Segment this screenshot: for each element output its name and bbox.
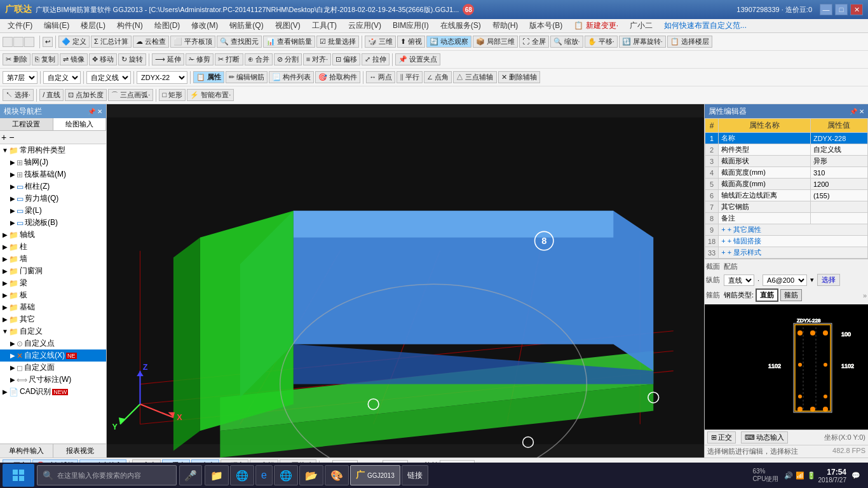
open-btn[interactable] (13, 37, 24, 47)
menu-rebar[interactable]: 钢筋量(Q) (224, 19, 268, 32)
tree-node-door[interactable]: ▶ 📁 门窗洞 (0, 265, 106, 277)
new-btn[interactable] (3, 37, 13, 47)
top-view-btn[interactable]: ⬆ 俯视 (397, 36, 425, 48)
dynamic-view-btn[interactable]: 🔄 动态观察 (426, 36, 471, 48)
prop-row-5[interactable]: 5 截面高度(mm) 1200 (705, 179, 868, 190)
expand-custom-point[interactable]: ▶ (9, 340, 17, 347)
trim-btn[interactable]: ✁ 修剪 (186, 53, 214, 65)
prop-value-4[interactable]: 310 (810, 167, 867, 179)
prop-value-3[interactable]: 异形 (810, 156, 867, 167)
edit-rebar-btn[interactable]: ✏ 编辑钢筋 (226, 71, 268, 83)
zoom-btn[interactable]: 🔍 缩放· (550, 36, 583, 48)
align-top-btn[interactable]: ⬜ 平齐板顶 (170, 36, 215, 48)
prop-value-5[interactable]: 1200 (810, 179, 867, 190)
menu-version[interactable]: 版本号(B) (524, 19, 567, 32)
expand-foundation[interactable]: ▶ (9, 171, 17, 178)
straight-rebar-btn[interactable]: 直筋 (756, 288, 778, 302)
expand-ban[interactable]: ▶ (1, 292, 9, 299)
batch-select-btn[interactable]: ☑ 批量选择 (316, 36, 359, 48)
expand-custom-line[interactable]: ▶ (9, 352, 17, 359)
tree-node-custom-line[interactable]: ▶ ✕ 自定义线(X) NE (0, 349, 106, 362)
move-btn[interactable]: ✥ 移动 (89, 53, 117, 65)
prop-expand-18[interactable]: + + 锚固搭接 (719, 236, 868, 247)
tree-node-axis[interactable]: ▶ ⊞ 轴网(J) (0, 156, 106, 168)
expand-axis[interactable]: ▶ (9, 159, 17, 166)
prop-value-2[interactable]: 自定义线 (810, 144, 867, 156)
tab-draw-input[interactable]: 绘图输入 (53, 118, 107, 130)
prop-value-6[interactable]: (155) (810, 190, 867, 201)
arc-btn[interactable]: ⌒ 三点画弧· (108, 89, 153, 101)
tree-node-custom[interactable]: ▼ 📁 自定义 (0, 325, 106, 337)
parallel-btn[interactable]: ∥ 平行 (397, 71, 423, 83)
expand-wall[interactable]: ▶ (9, 195, 17, 202)
menu-brand[interactable]: 广小二 (625, 19, 658, 32)
menu-online[interactable]: 在线服务(S) (435, 19, 486, 32)
menu-cloud[interactable]: 云应用(V) (343, 19, 386, 32)
mirror-btn[interactable]: ⇌ 镜像 (60, 53, 88, 65)
cortana-btn[interactable]: 🎤 (179, 465, 202, 485)
tree-node-liang[interactable]: ▶ 📁 梁 (0, 277, 106, 289)
prop-row-33[interactable]: 33 + + 显示样式 (705, 247, 868, 259)
spacing-select[interactable]: A6@200 (763, 274, 807, 286)
expand-col[interactable]: ▶ (1, 243, 9, 250)
expand-dim[interactable]: ▶ (9, 376, 17, 383)
sum-btn[interactable]: Σ 汇总计算 (91, 36, 132, 48)
property-btn[interactable]: 📋 属性 (193, 71, 224, 83)
point-length-btn[interactable]: ⊡ 点加长度 (65, 89, 107, 101)
tree-node-slab[interactable]: ▶ ▭ 现浇板(B) (0, 217, 106, 229)
tree-collapse-btn[interactable]: − (9, 132, 14, 142)
close-button[interactable]: ✕ (850, 4, 863, 15)
copy-btn[interactable]: ⎘ 复制 (32, 53, 58, 65)
menu-element[interactable]: 构件(N) (112, 19, 148, 32)
menu-view[interactable]: 视图(V) (270, 19, 306, 32)
tree-node-beam[interactable]: ▶ ▭ 梁(L) (0, 205, 106, 217)
menu-draw[interactable]: 绘图(D) (149, 19, 186, 32)
rotate-btn[interactable]: 🔃 屏幕旋转· (619, 36, 666, 48)
menu-tools[interactable]: 工具(T) (307, 19, 342, 32)
prop-value-1[interactable]: ZDYX-228 (810, 133, 867, 144)
line-type-select[interactable]: 自定义线 (86, 71, 131, 84)
del-aux-btn[interactable]: ✕ 删除辅轴 (498, 71, 540, 83)
expand-qiang[interactable]: ▶ (1, 255, 9, 262)
prop-row-18[interactable]: 18 + + 锚固搭接 (705, 236, 868, 247)
two-point-btn[interactable]: ↔ 两点 (366, 71, 395, 83)
stirrup-rebar-btn[interactable]: 箍筋 (780, 289, 802, 301)
rect-btn[interactable]: □ 矩形 (159, 89, 186, 101)
define-btn[interactable]: 🔷 定义 (58, 36, 90, 48)
taskbar-item-edge[interactable]: 🌐 (230, 465, 254, 485)
line-btn[interactable]: / 直线 (39, 89, 64, 101)
set-grip-btn[interactable]: 📌 设置夹点 (395, 53, 440, 65)
tree-expand-btn[interactable]: + (1, 132, 6, 142)
expand-column[interactable]: ▶ (9, 183, 17, 190)
taskbar-item-ggj[interactable]: 广 GGJ2013 (350, 465, 400, 485)
pan-btn[interactable]: ✋ 平移· (585, 36, 618, 48)
tree-node-dim[interactable]: ▶ ⟺ 尺寸标注(W) (0, 374, 106, 386)
tree-node-foundation[interactable]: ▶ ⊞ 筏板基础(M) (0, 168, 106, 180)
split-btn[interactable]: ⊘ 分割 (274, 53, 302, 65)
undo-btn[interactable]: ↩ (43, 37, 53, 47)
tree-node-col[interactable]: ▶ 📁 柱 (0, 241, 106, 253)
taskbar-item-ie[interactable]: e (255, 465, 273, 485)
menu-modify[interactable]: 修改(M) (186, 19, 223, 32)
fullscreen-btn[interactable]: ⛶ 全屏 (519, 36, 548, 48)
menu-help[interactable]: 帮助(H) (487, 19, 524, 32)
taskbar-item-chrome[interactable]: 🌐 (274, 465, 298, 485)
align-btn[interactable]: ≡ 对齐· (303, 53, 332, 65)
element-list-btn[interactable]: 📃 构件列表 (269, 71, 314, 83)
expand-other[interactable]: ▶ (1, 316, 9, 323)
tree-node-cad[interactable]: ▶ 📄 CAD识别 NEW (0, 386, 106, 398)
expand-cad[interactable]: ▶ (1, 388, 9, 395)
orthogonal-btn-right[interactable]: ⊞ 正交 (707, 431, 736, 444)
prop-row-9[interactable]: 9 + + 其它属性 (705, 224, 868, 236)
local-3d-btn[interactable]: 📦 局部三维 (473, 36, 518, 48)
delete-btn[interactable]: ✂ 删除 (3, 53, 31, 65)
prop-row-1[interactable]: 1 名称 ZDYX-228 (705, 133, 868, 144)
element-select[interactable]: ZDYX-22 (137, 71, 187, 84)
dynamic-input-btn-right[interactable]: ⌨ 动态输入 (741, 431, 788, 444)
report-view-btn[interactable]: 报表视觉 (53, 444, 106, 458)
pick-element-btn[interactable]: 🎯 拾取构件 (315, 71, 360, 83)
tree-node-qiang[interactable]: ▶ 📁 墙 (0, 253, 106, 265)
expand-axisline[interactable]: ▶ (1, 231, 9, 238)
notification-icon[interactable]: 💬 (851, 471, 860, 480)
tree-node-custom-point[interactable]: ▶ ⊙ 自定义点 (0, 337, 106, 349)
